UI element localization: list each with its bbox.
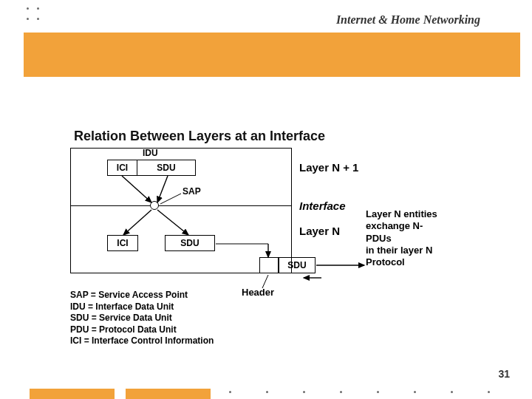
note-line: in their layer N [366,245,462,256]
svg-line-0 [122,176,151,202]
def-line: ICI = Interface Control Information [70,335,214,347]
note-line: exchange N- [366,220,462,232]
page-number: 31 [498,368,510,380]
def-line: SDU = Service Data Unit [70,313,214,324]
header-subject: Internet & Home Networking [336,13,480,27]
def-line: PDU = Protocol Data Unit [70,324,214,336]
footer-decoration [0,384,532,399]
header-field-label: Header [242,287,274,298]
note-line: Layer N entities [366,208,462,220]
definitions-block: SAP = Service Access Point IDU = Interfa… [70,290,214,347]
svg-line-2 [123,210,151,235]
layer-n-protocol-note: Layer N entities exchange N- PDUs in the… [366,208,462,268]
note-line: Protocol [366,256,462,268]
svg-line-1 [157,176,168,202]
def-line: IDU = Interface Data Unit [70,301,214,313]
note-line: PDUs [366,233,462,245]
svg-line-3 [157,210,188,235]
title-band [24,33,520,77]
svg-line-4 [160,194,181,204]
page-title: Relation Between Layers at an Interface [74,129,325,144]
def-line: SAP = Service Access Point [70,290,214,301]
layer-interface-diagram: IDU ICI SDU Layer N + 1 SAP Interface IC… [70,148,447,340]
